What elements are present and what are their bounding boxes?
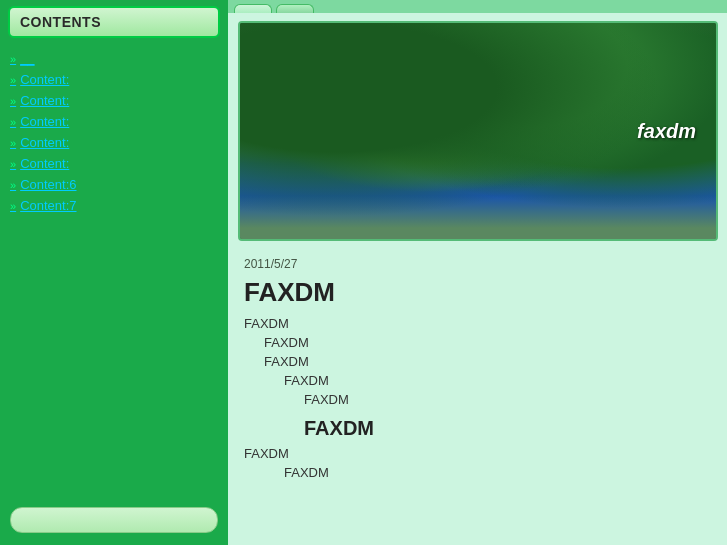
sidebar: CONTENTS » __ » Content: » Content: » Co…	[0, 0, 228, 545]
nav-item-3[interactable]: » Content:	[0, 111, 228, 132]
hero-watermark: faxdm	[637, 120, 696, 143]
post-date: 2011/5/27	[244, 257, 711, 271]
garden-scene: faxdm	[240, 23, 716, 239]
arrow-icon-1: »	[10, 74, 16, 86]
nav-item-5[interactable]: » Content:	[0, 153, 228, 174]
arrow-icon-4: »	[10, 137, 16, 149]
tab-bar	[228, 0, 727, 13]
post-title-large: FAXDM	[244, 277, 711, 308]
para-0: FAXDM	[244, 316, 711, 331]
para-4: FAXDM	[304, 392, 711, 407]
para-6: FAXDM	[244, 446, 711, 461]
nav-label-5[interactable]: Content:	[20, 156, 69, 171]
para-1: FAXDM	[264, 335, 711, 350]
main-content: faxdm 2011/5/27 FAXDM FAXDM FAXDM FAXDM …	[228, 0, 727, 545]
content-area: 2011/5/27 FAXDM FAXDM FAXDM FAXDM FAXDM …	[228, 251, 727, 504]
para-3: FAXDM	[284, 373, 711, 388]
arrow-icon-3: »	[10, 116, 16, 128]
search-input[interactable]	[10, 507, 218, 533]
nav-label-3[interactable]: Content:	[20, 114, 69, 129]
para-7: FAXDM	[284, 465, 711, 480]
arrow-icon-6: »	[10, 179, 16, 191]
nav-label-1[interactable]: Content:	[20, 72, 69, 87]
tab-2[interactable]	[276, 4, 314, 13]
nav-item-7[interactable]: » Content:7	[0, 195, 228, 216]
hero-image: faxdm	[238, 21, 718, 241]
arrow-icon-5: »	[10, 158, 16, 170]
nav-label-7[interactable]: Content:7	[20, 198, 76, 213]
post-title-medium: FAXDM	[304, 417, 711, 440]
sidebar-nav: » __ » Content: » Content: » Content: » …	[0, 42, 228, 499]
nav-item-1[interactable]: » Content:	[0, 69, 228, 90]
arrow-icon-2: »	[10, 95, 16, 107]
nav-label-4[interactable]: Content:	[20, 135, 69, 150]
arrow-icon-0: »	[10, 53, 16, 65]
nav-item-2[interactable]: » Content:	[0, 90, 228, 111]
sidebar-header: CONTENTS	[8, 6, 220, 38]
nav-item-6[interactable]: » Content:6	[0, 174, 228, 195]
nav-label-0[interactable]: __	[20, 51, 34, 66]
nav-label-6[interactable]: Content:6	[20, 177, 76, 192]
nav-label-2[interactable]: Content:	[20, 93, 69, 108]
para-2: FAXDM	[264, 354, 711, 369]
arrow-icon-7: »	[10, 200, 16, 212]
main-body: faxdm 2011/5/27 FAXDM FAXDM FAXDM FAXDM …	[228, 13, 727, 545]
tab-1[interactable]	[234, 4, 272, 13]
nav-item-4[interactable]: » Content:	[0, 132, 228, 153]
nav-item-0[interactable]: » __	[0, 48, 228, 69]
